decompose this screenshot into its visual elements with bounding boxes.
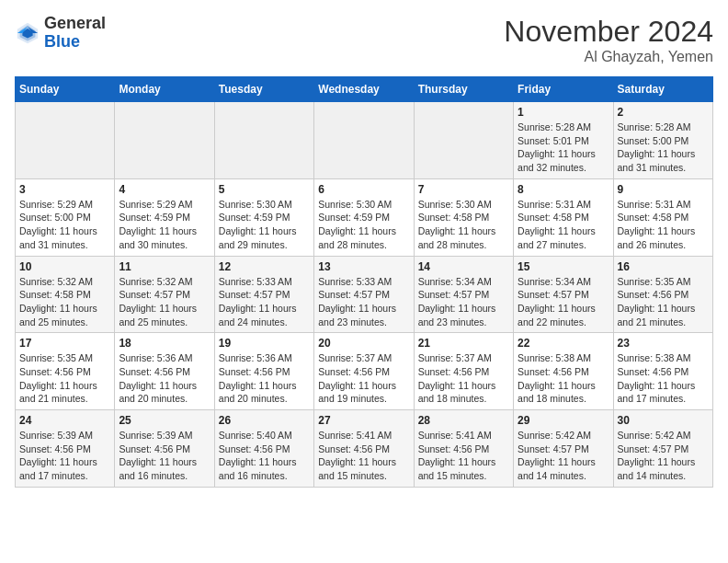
day-number: 25: [119, 414, 210, 427]
day-info: Sunrise: 5:39 AM Sunset: 4:56 PM Dayligh…: [119, 429, 210, 483]
calendar-cell: 6Sunrise: 5:30 AM Sunset: 4:59 PM Daylig…: [314, 178, 414, 256]
calendar-table: SundayMondayTuesdayWednesdayThursdayFrid…: [15, 76, 713, 488]
logo-text: General Blue: [44, 15, 106, 52]
calendar-cell: 20Sunrise: 5:37 AM Sunset: 4:56 PM Dayli…: [314, 333, 414, 410]
day-info: Sunrise: 5:36 AM Sunset: 4:56 PM Dayligh…: [219, 351, 310, 406]
logo: General Blue: [15, 15, 106, 52]
calendar-cell: 23Sunrise: 5:38 AM Sunset: 4:56 PM Dayli…: [613, 333, 712, 410]
calendar-cell: 7Sunrise: 5:30 AM Sunset: 4:58 PM Daylig…: [414, 178, 513, 256]
day-number: 30: [618, 414, 709, 427]
calendar-cell: 15Sunrise: 5:34 AM Sunset: 4:57 PM Dayli…: [514, 256, 613, 333]
day-number: 24: [19, 414, 110, 427]
day-info: Sunrise: 5:35 AM Sunset: 4:56 PM Dayligh…: [618, 275, 709, 329]
calendar-cell: 27Sunrise: 5:41 AM Sunset: 4:56 PM Dayli…: [314, 410, 414, 488]
day-number: 18: [119, 337, 210, 350]
calendar-cell: 18Sunrise: 5:36 AM Sunset: 4:56 PM Dayli…: [115, 333, 214, 410]
day-info: Sunrise: 5:35 AM Sunset: 4:56 PM Dayligh…: [19, 351, 110, 406]
day-number: 8: [518, 183, 609, 196]
weekday-header-wednesday: Wednesday: [314, 77, 414, 102]
day-info: Sunrise: 5:38 AM Sunset: 4:56 PM Dayligh…: [518, 351, 609, 406]
day-info: Sunrise: 5:40 AM Sunset: 4:56 PM Dayligh…: [219, 429, 310, 483]
day-number: 11: [119, 260, 210, 273]
day-info: Sunrise: 5:32 AM Sunset: 4:57 PM Dayligh…: [119, 275, 210, 329]
day-info: Sunrise: 5:33 AM Sunset: 4:57 PM Dayligh…: [318, 275, 409, 329]
calendar-cell: 4Sunrise: 5:29 AM Sunset: 4:59 PM Daylig…: [115, 178, 214, 256]
day-number: 9: [618, 183, 709, 196]
calendar-cell: [115, 102, 214, 179]
day-number: 17: [19, 337, 110, 350]
month-title: November 2024: [504, 15, 713, 49]
weekday-header-thursday: Thursday: [414, 77, 513, 102]
day-info: Sunrise: 5:41 AM Sunset: 4:56 PM Dayligh…: [318, 429, 409, 483]
calendar-week-row: 17Sunrise: 5:35 AM Sunset: 4:56 PM Dayli…: [16, 333, 713, 410]
day-info: Sunrise: 5:29 AM Sunset: 4:59 PM Dayligh…: [119, 198, 210, 252]
calendar-cell: 22Sunrise: 5:38 AM Sunset: 4:56 PM Dayli…: [514, 333, 613, 410]
day-number: 14: [418, 260, 509, 273]
calendar-cell: 25Sunrise: 5:39 AM Sunset: 4:56 PM Dayli…: [115, 410, 214, 488]
weekday-header-saturday: Saturday: [613, 77, 712, 102]
day-info: Sunrise: 5:41 AM Sunset: 4:56 PM Dayligh…: [418, 429, 509, 483]
day-number: 20: [318, 337, 409, 350]
day-number: 1: [518, 106, 609, 119]
day-number: 26: [219, 414, 310, 427]
day-info: Sunrise: 5:31 AM Sunset: 4:58 PM Dayligh…: [618, 198, 709, 252]
day-info: Sunrise: 5:30 AM Sunset: 4:58 PM Dayligh…: [418, 198, 509, 252]
day-number: 16: [618, 260, 709, 273]
calendar-cell: 13Sunrise: 5:33 AM Sunset: 4:57 PM Dayli…: [314, 256, 414, 333]
calendar-cell: 3Sunrise: 5:29 AM Sunset: 5:00 PM Daylig…: [16, 178, 115, 256]
calendar-cell: 11Sunrise: 5:32 AM Sunset: 4:57 PM Dayli…: [115, 256, 214, 333]
calendar-week-row: 1Sunrise: 5:28 AM Sunset: 5:01 PM Daylig…: [16, 102, 713, 179]
page-header: General Blue November 2024 Al Ghayzah, Y…: [15, 15, 713, 65]
day-info: Sunrise: 5:34 AM Sunset: 4:57 PM Dayligh…: [518, 275, 609, 329]
calendar-cell: 9Sunrise: 5:31 AM Sunset: 4:58 PM Daylig…: [613, 178, 712, 256]
calendar-cell: 17Sunrise: 5:35 AM Sunset: 4:56 PM Dayli…: [16, 333, 115, 410]
weekday-header-friday: Friday: [514, 77, 613, 102]
calendar-cell: 5Sunrise: 5:30 AM Sunset: 4:59 PM Daylig…: [214, 178, 313, 256]
day-number: 15: [518, 260, 609, 273]
day-info: Sunrise: 5:42 AM Sunset: 4:57 PM Dayligh…: [518, 429, 609, 483]
calendar-header-row: SundayMondayTuesdayWednesdayThursdayFrid…: [16, 77, 713, 102]
calendar-cell: 14Sunrise: 5:34 AM Sunset: 4:57 PM Dayli…: [414, 256, 513, 333]
day-number: 3: [19, 183, 110, 196]
calendar-cell: 12Sunrise: 5:33 AM Sunset: 4:57 PM Dayli…: [214, 256, 313, 333]
day-number: 27: [318, 414, 409, 427]
day-info: Sunrise: 5:32 AM Sunset: 4:58 PM Dayligh…: [19, 275, 110, 329]
day-info: Sunrise: 5:33 AM Sunset: 4:57 PM Dayligh…: [219, 275, 310, 329]
weekday-header-sunday: Sunday: [16, 77, 115, 102]
day-number: 13: [318, 260, 409, 273]
day-info: Sunrise: 5:30 AM Sunset: 4:59 PM Dayligh…: [219, 198, 310, 252]
location: Al Ghayzah, Yemen: [504, 49, 713, 65]
calendar-cell: 2Sunrise: 5:28 AM Sunset: 5:00 PM Daylig…: [613, 102, 712, 179]
weekday-header-tuesday: Tuesday: [214, 77, 313, 102]
day-info: Sunrise: 5:28 AM Sunset: 5:01 PM Dayligh…: [518, 121, 609, 175]
calendar-cell: [16, 102, 115, 179]
calendar-week-row: 3Sunrise: 5:29 AM Sunset: 5:00 PM Daylig…: [16, 178, 713, 256]
day-number: 23: [618, 337, 709, 350]
day-number: 28: [418, 414, 509, 427]
calendar-cell: 19Sunrise: 5:36 AM Sunset: 4:56 PM Dayli…: [214, 333, 313, 410]
day-number: 10: [19, 260, 110, 273]
day-info: Sunrise: 5:38 AM Sunset: 4:56 PM Dayligh…: [618, 351, 709, 406]
day-number: 19: [219, 337, 310, 350]
day-number: 5: [219, 183, 310, 196]
weekday-header-monday: Monday: [115, 77, 214, 102]
day-info: Sunrise: 5:29 AM Sunset: 5:00 PM Dayligh…: [19, 198, 110, 252]
calendar-cell: 26Sunrise: 5:40 AM Sunset: 4:56 PM Dayli…: [214, 410, 313, 488]
day-number: 4: [119, 183, 210, 196]
day-info: Sunrise: 5:39 AM Sunset: 4:56 PM Dayligh…: [19, 429, 110, 483]
day-number: 22: [518, 337, 609, 350]
calendar-cell: [414, 102, 513, 179]
day-number: 2: [618, 106, 709, 119]
logo-icon: [15, 20, 40, 46]
calendar-week-row: 10Sunrise: 5:32 AM Sunset: 4:58 PM Dayli…: [16, 256, 713, 333]
day-number: 12: [219, 260, 310, 273]
title-block: November 2024 Al Ghayzah, Yemen: [504, 15, 713, 65]
calendar-cell: 28Sunrise: 5:41 AM Sunset: 4:56 PM Dayli…: [414, 410, 513, 488]
calendar-cell: 30Sunrise: 5:42 AM Sunset: 4:57 PM Dayli…: [613, 410, 712, 488]
day-number: 6: [318, 183, 409, 196]
calendar-body: 1Sunrise: 5:28 AM Sunset: 5:01 PM Daylig…: [16, 102, 713, 488]
day-info: Sunrise: 5:36 AM Sunset: 4:56 PM Dayligh…: [119, 351, 210, 406]
day-info: Sunrise: 5:37 AM Sunset: 4:56 PM Dayligh…: [418, 351, 509, 406]
day-info: Sunrise: 5:34 AM Sunset: 4:57 PM Dayligh…: [418, 275, 509, 329]
day-info: Sunrise: 5:30 AM Sunset: 4:59 PM Dayligh…: [318, 198, 409, 252]
